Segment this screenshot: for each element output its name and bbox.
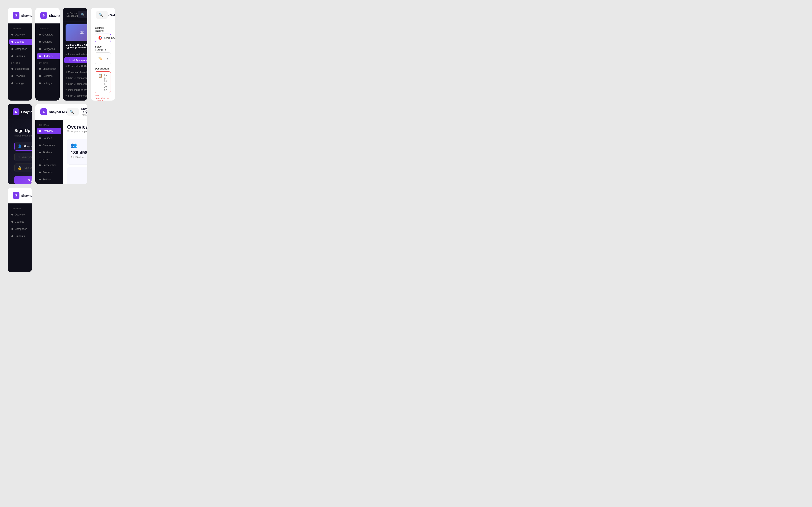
- sub-dot: [11, 68, 13, 70]
- categories-dot: [11, 48, 13, 50]
- sidebar-item-courses[interactable]: Courses: [9, 39, 32, 45]
- logo-text-su: ShaynaLMS: [21, 110, 32, 114]
- logo-icon: S: [13, 12, 19, 19]
- sidebar-item-categories[interactable]: Categories: [9, 46, 32, 52]
- description-textarea[interactable]: [104, 74, 108, 91]
- sidebar-item-settings[interactable]: Settings: [9, 80, 32, 87]
- ms-courses[interactable]: Courses: [9, 219, 32, 225]
- email-input[interactable]: [22, 156, 32, 159]
- sidebar-item-students[interactable]: Students: [9, 53, 32, 59]
- others-label: OTHERS: [9, 60, 32, 65]
- stat-total-students: 👥 189,498 Total Students: [67, 139, 87, 165]
- ov-overview[interactable]: Overview: [37, 128, 61, 134]
- sidebar-item-rewards[interactable]: Rewards: [9, 73, 32, 79]
- ov-categories[interactable]: Categories: [37, 142, 61, 149]
- logo-icon-s: S: [40, 12, 47, 19]
- dot: [39, 152, 41, 153]
- students-icon: 👥: [70, 143, 87, 148]
- s-settings[interactable]: Settings: [37, 80, 60, 87]
- courses-header: S ShaynaLMS 🔍 Shayna Angga Manager SA: [8, 8, 32, 23]
- lesson-dot: [67, 60, 68, 61]
- dot: [39, 68, 41, 70]
- ms-sidebar: GENERAL Overview Courses Categories Stud…: [8, 204, 32, 272]
- list-item[interactable]: Pengenalan UI UX: [63, 63, 87, 69]
- stat-value: 189,498: [70, 150, 87, 156]
- signup-now-button[interactable]: Sign Up Now: [14, 176, 32, 184]
- create-form: Course Tagline 🎯 Select Category 🏷️ Prog…: [91, 22, 115, 101]
- lesson-dot: [65, 83, 67, 84]
- logo-text-o: ShaynaLMS: [49, 110, 67, 114]
- chart-area: 60% Students Courses Content: [67, 167, 87, 184]
- tagline-input[interactable]: [104, 37, 115, 40]
- create-search[interactable]: 🔍: [96, 11, 108, 18]
- sidebar-item-subscription[interactable]: Subscription: [9, 66, 32, 72]
- name-input[interactable]: [23, 145, 32, 148]
- list-item[interactable]: Persiapan fundam...: [63, 51, 87, 57]
- category-select[interactable]: Programming Marketing Design: [104, 55, 110, 62]
- tagline-field[interactable]: 🎯: [95, 34, 111, 42]
- list-item[interactable]: Bikin UI components: [63, 75, 87, 81]
- lesson-dot: [65, 54, 67, 55]
- overview-user-role: Manager: [79, 114, 87, 116]
- s-categories[interactable]: Categories: [37, 46, 60, 52]
- dot: [11, 228, 13, 230]
- list-item[interactable]: Mengapa UI mobil le...: [63, 69, 87, 75]
- overview-main: Overview Grow your company quickly Custo…: [63, 120, 87, 184]
- courses-logo: S ShaynaLMS: [13, 12, 32, 19]
- courses-body: GENERAL Overview Courses Categories Stud…: [8, 23, 32, 101]
- signup-subtitle: Manage your employees easily: [14, 134, 32, 137]
- password-input[interactable]: [23, 166, 32, 169]
- ms-logo: S ShaynaLMS: [13, 192, 32, 199]
- dot: [39, 179, 41, 180]
- overview-header: S ShaynaLMS 🔍 Shayna Angga Manager SA: [35, 104, 87, 120]
- category-label: Select Category: [95, 45, 111, 51]
- ov-students[interactable]: Students: [37, 149, 61, 156]
- logo-icon-su: S: [13, 108, 19, 115]
- dot: [39, 75, 41, 77]
- dot: [39, 130, 41, 132]
- signup-nav: S ShaynaLMS Home Pricing Features Testim…: [8, 104, 32, 120]
- lesson-dot: [65, 95, 67, 96]
- list-item[interactable]: Pengenalan UI UX: [63, 87, 87, 93]
- ms-students[interactable]: Students: [9, 233, 32, 239]
- list-item[interactable]: Bikin UI components: [63, 93, 87, 99]
- category-icon: 🏷️: [98, 56, 102, 60]
- create-course-card: 🔍 Shayna SA Course Tagline 🎯 Select Cate…: [91, 8, 115, 101]
- name-field[interactable]: 👤: [14, 142, 32, 151]
- students-logo: S ShaynaLMS: [40, 12, 60, 19]
- dot: [11, 221, 13, 223]
- ov-settings[interactable]: Settings: [37, 176, 61, 183]
- ov-courses[interactable]: Courses: [37, 135, 61, 141]
- back-to-dashboard[interactable]: ← Back to Dashboard: [66, 12, 78, 17]
- students-card: S ShaynaLMS 🔍 Shayna Angga Manager SA GE…: [35, 8, 60, 101]
- students-sidebar: GENERAL Overview Courses Categories Stud…: [35, 23, 60, 101]
- overview-search[interactable]: 🔍: [67, 108, 79, 116]
- students-dot: [11, 55, 13, 57]
- search-icon-c: 🔍: [99, 13, 103, 17]
- list-item[interactable]: Install figma plugins: [64, 57, 87, 63]
- logo-text-s: ShaynaLMS: [49, 14, 60, 17]
- dot: [39, 34, 41, 36]
- s-courses[interactable]: Courses: [37, 39, 60, 45]
- ov-subscription[interactable]: Subscription: [37, 162, 61, 168]
- ms-overview[interactable]: Overview: [9, 212, 32, 218]
- dot: [39, 164, 41, 166]
- dot: [39, 41, 41, 43]
- search-icon-o: 🔍: [70, 110, 74, 114]
- viewer-search[interactable]: 🔍: [78, 11, 87, 18]
- email-field[interactable]: ✉: [14, 153, 32, 161]
- ov-rewards[interactable]: Rewards: [37, 169, 61, 176]
- s-students[interactable]: Students: [37, 53, 60, 59]
- lesson-dot: [65, 89, 67, 91]
- overview-subtitle: Grow your company quickly: [67, 130, 87, 133]
- password-field[interactable]: 🔒: [14, 164, 32, 172]
- lesson-dot: [65, 71, 67, 73]
- ms-categories[interactable]: Categories: [9, 226, 32, 232]
- sidebar-item-overview[interactable]: Overview: [9, 32, 32, 38]
- s-subscription[interactable]: Subscription: [37, 66, 60, 72]
- s-rewards[interactable]: Rewards: [37, 73, 60, 79]
- create-user-name: Shayna: [108, 13, 115, 16]
- list-item[interactable]: Bikin UI components: [63, 81, 87, 87]
- s-overview[interactable]: Overview: [37, 32, 60, 38]
- create-header: 🔍 Shayna SA: [91, 8, 115, 22]
